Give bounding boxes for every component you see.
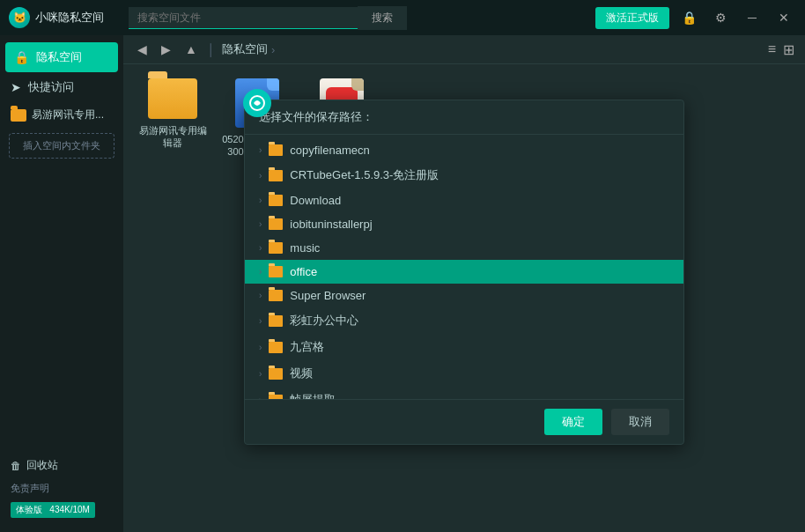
folder-name-label: CRTubeGet-1.5.9.3-免注册版 <box>290 167 439 183</box>
title-bar: 🐱 小咪隐私空间 搜索 激活正式版 🔒 ⚙ ─ ✕ <box>0 0 805 35</box>
dialog-footer: 确定 取消 <box>245 399 683 444</box>
sidebar: 🔒 隐私空间 ➤ 快捷访问 易游网讯专用... 插入空间内文件夹 🗑 回收站 免… <box>0 35 123 532</box>
expand-arrow-icon: › <box>259 316 262 326</box>
folder-name-label: copyfilenamecn <box>290 144 369 157</box>
toolbar-right: ≡ ⊞ <box>768 41 794 58</box>
search-button[interactable]: 搜索 <box>358 6 407 30</box>
dialog-list-item[interactable]: ›视频 <box>245 360 683 387</box>
breadcrumb-arrow: › <box>271 43 275 56</box>
app-logo: 🐱 小咪隐私空间 <box>9 7 104 28</box>
folder-icon <box>269 395 283 400</box>
expand-arrow-icon: › <box>259 171 262 181</box>
folder-name-label: 帧屏提取 <box>290 392 336 399</box>
list-view-button[interactable]: ≡ <box>768 41 776 58</box>
dialog-list-item[interactable]: ›iobituninstallerpj <box>245 212 683 236</box>
minimize-button[interactable]: ─ <box>740 5 764 30</box>
folder-icon <box>269 170 283 181</box>
back-button[interactable]: ◀ <box>134 41 151 58</box>
folder-name-label: 彩虹办公中心 <box>290 313 358 329</box>
search-area: 搜索 <box>129 6 571 30</box>
sidebar-item-private-space[interactable]: 🔒 隐私空间 <box>5 42 118 72</box>
sidebar-folder-item[interactable]: 易游网讯专用... <box>0 102 123 128</box>
folder-name-label: iobituninstallerpj <box>290 218 372 231</box>
sidebar-private-space-label: 隐私空间 <box>36 49 82 65</box>
expand-arrow-icon: › <box>259 395 262 400</box>
grid-view-button[interactable]: ⊞ <box>783 41 794 58</box>
disclaimer-item[interactable]: 免责声明 <box>11 478 113 499</box>
close-button[interactable]: ✕ <box>772 5 796 30</box>
expand-arrow-icon: › <box>259 196 262 205</box>
search-input[interactable] <box>129 7 358 29</box>
version-info: 体验版 434K/10M <box>11 499 113 518</box>
sidebar-folder-label: 易游网讯专用... <box>32 107 104 122</box>
main-layout: 🔒 隐私空间 ➤ 快捷访问 易游网讯专用... 插入空间内文件夹 🗑 回收站 免… <box>0 35 805 532</box>
insert-folder-button[interactable]: 插入空间内文件夹 <box>9 133 114 159</box>
dialog-list-item[interactable]: ›music <box>245 236 683 260</box>
title-actions: 激活正式版 🔒 ⚙ ─ ✕ <box>595 5 796 30</box>
dialog-list[interactable]: ›copyfilenamecn›CRTubeGet-1.5.9.3-免注册版›D… <box>245 135 683 399</box>
save-dialog: 选择文件的保存路径： ›copyfilenamecn›CRTubeGet-1.5… <box>244 100 684 445</box>
expand-arrow-icon: › <box>259 291 262 300</box>
expand-arrow-icon: › <box>259 369 262 379</box>
dialog-list-item[interactable]: ›九宫格 <box>245 334 683 360</box>
up-button[interactable]: ▲ <box>181 41 201 58</box>
ofd-logo <box>243 89 271 117</box>
recycle-label: 回收站 <box>26 458 58 473</box>
sidebar-bottom: 🗑 回收站 免责声明 体验版 434K/10M <box>0 446 123 525</box>
folder-icon <box>269 368 283 380</box>
content-area: ◀ ▶ ▲ │ 隐私空间 › ≡ ⊞ 易游网讯专用编辑器 <box>123 35 805 532</box>
expand-arrow-icon: › <box>259 145 262 155</box>
activate-button[interactable]: 激活正式版 <box>595 7 669 29</box>
dialog-title: 选择文件的保存路径： <box>245 100 683 135</box>
dialog-overlay: 选择文件的保存路径： ›copyfilenamecn›CRTubeGet-1.5… <box>123 64 805 532</box>
lock-icon: 🔒 <box>14 50 29 64</box>
sidebar-quick-access-label: 快捷访问 <box>28 79 74 95</box>
breadcrumb-separator: │ <box>208 43 215 56</box>
dialog-list-item[interactable]: ›帧屏提取 <box>245 387 683 399</box>
folder-icon <box>269 290 283 301</box>
dialog-list-item[interactable]: ›CRTubeGet-1.5.9.3-免注册版 <box>245 162 683 188</box>
breadcrumb-root[interactable]: 隐私空间 <box>222 41 268 57</box>
cancel-button[interactable]: 取消 <box>611 409 669 435</box>
recycle-bin-item[interactable]: 🗑 回收站 <box>11 453 113 478</box>
confirm-button[interactable]: 确定 <box>544 409 602 435</box>
expand-arrow-icon: › <box>259 219 262 229</box>
folder-icon <box>269 315 283 327</box>
folder-icon <box>269 195 283 206</box>
forward-button[interactable]: ▶ <box>158 41 174 58</box>
dialog-list-item[interactable]: ›Super Browser <box>245 284 683 307</box>
folder-icon <box>269 266 283 277</box>
logo-icon: 🐱 <box>9 7 30 28</box>
folder-name-label: office <box>290 265 317 278</box>
lock-button[interactable]: 🔒 <box>676 5 701 30</box>
folder-icon <box>269 242 283 254</box>
folder-name-label: 视频 <box>290 366 313 381</box>
dialog-list-item[interactable]: ›office <box>245 260 683 284</box>
breadcrumb: 隐私空间 › <box>222 41 275 57</box>
dialog-list-item[interactable]: ›Download <box>245 188 683 212</box>
folder-name-label: 九宫格 <box>290 339 324 355</box>
version-badge: 体验版 434K/10M <box>11 502 95 518</box>
expand-arrow-icon: › <box>259 267 262 277</box>
files-grid: 易游网讯专用编辑器 052002200111_30083545.ofd PDF … <box>123 64 805 532</box>
app-title: 小咪隐私空间 <box>35 10 104 26</box>
folder-icon <box>11 109 26 122</box>
recycle-icon: 🗑 <box>11 460 21 472</box>
sidebar-item-quick-access[interactable]: ➤ 快捷访问 <box>0 72 123 102</box>
expand-arrow-icon: › <box>259 243 262 253</box>
dialog-list-item[interactable]: ›彩虹办公中心 <box>245 307 683 334</box>
settings-button[interactable]: ⚙ <box>708 5 733 30</box>
folder-icon <box>269 144 283 156</box>
folder-icon <box>269 342 283 353</box>
toolbar: ◀ ▶ ▲ │ 隐私空间 › ≡ ⊞ <box>123 35 805 64</box>
folder-name-label: music <box>290 241 320 255</box>
folder-name-label: Super Browser <box>290 289 366 302</box>
folder-name-label: Download <box>290 194 341 207</box>
send-icon: ➤ <box>11 80 21 94</box>
folder-icon <box>269 218 283 230</box>
expand-arrow-icon: › <box>259 343 262 352</box>
dialog-list-item[interactable]: ›copyfilenamecn <box>245 138 683 162</box>
